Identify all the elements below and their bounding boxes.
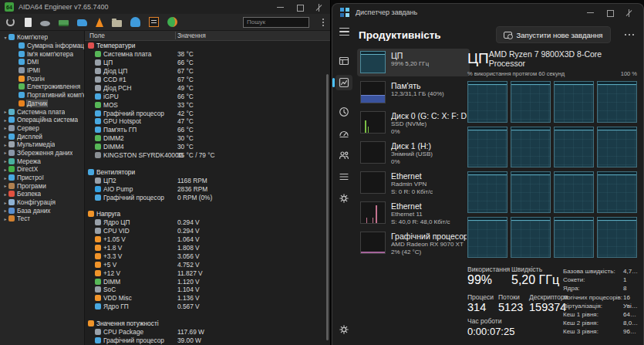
tree-item-label: Програми (17, 182, 46, 190)
memory-icon[interactable] (59, 20, 69, 26)
sensor-row[interactable]: Пам'ять ГП66 °C (85, 126, 324, 134)
perf-item-gpu[interactable]: Графічний процесор 0AMD Radeon RX 9070 X… (357, 229, 470, 257)
cpu-icon[interactable] (40, 21, 50, 26)
tree-item-power[interactable]: Електроживлення (0, 83, 84, 91)
tree-item-network[interactable]: ▸Мережа (0, 157, 84, 165)
graph-fill (468, 130, 507, 167)
perf-item-memory[interactable]: Пам'ять12,3/31,1 ГБ (40%) (357, 79, 470, 107)
sensor-row[interactable]: Ядро ГП0.567 V (85, 303, 324, 311)
tree-item-computer[interactable]: ▾Комп'ютер (0, 33, 84, 42)
tree-item-database[interactable]: ▸База даних (0, 206, 84, 215)
sensor-row[interactable]: ЦП21168 RPM (85, 176, 324, 184)
cpu-icon (95, 68, 101, 74)
sensor-row[interactable]: Графічний процесор39.00 W (85, 337, 324, 345)
perf-item-disk1[interactable]: Диск 1 (H:)Знімний (USB)0% (357, 139, 470, 167)
meter-icon[interactable] (167, 17, 177, 27)
maximize-icon[interactable] (296, 4, 303, 11)
sensor-row[interactable]: AIO Pump2836 RPM (85, 184, 324, 193)
sensor-row[interactable]: Ядро ЦП0.294 V (85, 218, 324, 227)
tree-item-motherboard[interactable]: ▸Системна плата (0, 107, 84, 116)
sensor-row[interactable]: +3.3 V3.056 V (85, 252, 324, 260)
burn-icon[interactable] (96, 18, 103, 27)
sensor-row[interactable]: iGPU66 °C (85, 92, 324, 100)
tree-item-devices[interactable]: ▸Пристрої (0, 174, 84, 182)
processes-label: Процеси (467, 293, 494, 301)
cpu-stats: Використання 99% Швидкість 5,20 ГГц Проц… (467, 266, 637, 343)
tree-item-overclock[interactable]: Розгін (0, 74, 84, 83)
sensor-row[interactable]: DIMM430 °C (85, 143, 324, 151)
ssd-icon[interactable] (149, 17, 159, 27)
app-history-tab-icon[interactable] (335, 104, 352, 120)
folder-icon[interactable] (112, 20, 122, 27)
sensor-row[interactable]: KINGSTON SFYRDK4000G35 °C / 79 °C (85, 151, 324, 160)
run-new-task-button[interactable]: Запустити нове завдання (496, 26, 611, 43)
search-input[interactable] (243, 17, 309, 28)
gpu-icon[interactable] (77, 19, 87, 26)
sensor-row[interactable]: +1.8 V1.808 V (85, 244, 324, 252)
close-icon[interactable] (315, 4, 322, 11)
tree-item-computer-name[interactable]: Ім'я комп'ютера (0, 49, 84, 58)
sensor-row[interactable]: +12 V11.827 V (85, 269, 324, 277)
sensor-value: 0.567 V (177, 303, 200, 310)
close-icon[interactable] (625, 9, 632, 16)
processes-tab-icon[interactable] (335, 53, 352, 69)
sensor-row[interactable]: Графічний процесор42 °C (85, 109, 324, 117)
report-icon[interactable] (25, 18, 32, 27)
tree-item-programs[interactable]: ▸Програми (0, 181, 84, 190)
sensor-row[interactable]: ЦП66 °C (85, 59, 324, 67)
tree-item-server[interactable]: ▸Сервер (0, 124, 84, 133)
tree-item-config[interactable]: ▸Конфігурація (0, 198, 84, 207)
tree-item-label: Електроживлення (27, 83, 80, 90)
tree-item-dmi[interactable]: DMI (0, 58, 84, 66)
tree-item-ipmi[interactable]: IPMI (0, 66, 84, 75)
tree-item-multimedia[interactable]: ▸Мультимедіа (0, 140, 84, 149)
graph-fill (468, 174, 507, 211)
sensor-row[interactable]: CPU VID0.294 V (85, 227, 324, 235)
perf-item-disk0[interactable]: Диск 0 (G: C: X: F: D: E:)SSD (NVMe)0% (357, 109, 470, 137)
benchmark-icon[interactable] (130, 17, 140, 27)
sensor-row[interactable]: CPU Package117.69 W (85, 328, 324, 337)
more-options-icon[interactable] (622, 31, 638, 39)
tree-item-summary[interactable]: Сумарна інформація (0, 42, 84, 50)
tree-item-benchmark[interactable]: ▸Тест (0, 215, 84, 223)
aida-scrollbar[interactable] (326, 74, 329, 340)
sensor-row[interactable]: Системна плата38 °C (85, 50, 324, 59)
cpu-detail-row: Ядра:8 (563, 285, 640, 293)
hamburger-menu-icon[interactable] (335, 24, 352, 39)
tree-item-sensor[interactable]: Датчик (0, 100, 84, 108)
perf-item-cpu[interactable]: ЦП99% 5,20 ГГц (357, 49, 470, 76)
tree-item-display[interactable]: ▸Дисплей (0, 132, 84, 140)
minimize-icon[interactable] (277, 4, 284, 11)
minimize-icon[interactable] (587, 9, 594, 16)
tree-item-os[interactable]: ▸Операційна система (0, 116, 84, 124)
details-tab-icon[interactable] (335, 169, 352, 184)
sensor-row[interactable]: +5 V4.752 V (85, 260, 324, 269)
toolbar-menu-icon[interactable] (322, 19, 324, 26)
sensor-row[interactable]: DIMM230 °C (85, 134, 324, 143)
sensor-row[interactable]: Діод ЦП67 °C (85, 67, 324, 76)
sensor-row[interactable]: SoC1.104 V (85, 286, 324, 294)
sensor-row[interactable]: +1.05 V1.064 V (85, 235, 324, 244)
sensor-row[interactable]: VDD Misc1.136 V (85, 294, 324, 303)
sensor-row[interactable]: DIMM1.120 V (85, 277, 324, 286)
tree-item-storage[interactable]: ▸Збереження даних (0, 149, 84, 157)
sensor-row[interactable]: GPU Hotspot47 °C (85, 117, 324, 126)
services-tab-icon[interactable] (335, 191, 352, 206)
sensor-row[interactable]: CCD #167 °C (85, 76, 324, 84)
sensor-row[interactable]: MOS33 °C (85, 100, 324, 109)
desktop: 64 AIDA64 Engineer v7.65.7400 ▾Комп'ютер… (0, 0, 644, 345)
perf-item-ethernet-vpn[interactable]: EthernetRadmin VPNS: 0 R: 0 Кбіт/с (357, 169, 470, 197)
cpu-icon (95, 228, 101, 234)
performance-tab-icon[interactable] (335, 75, 352, 90)
tree-item-security[interactable]: ▸Безпека (0, 190, 84, 198)
maximize-icon[interactable] (606, 9, 613, 16)
sensor-row[interactable]: Діод PCH49 °C (85, 83, 324, 92)
startup-apps-tab-icon[interactable] (335, 126, 352, 141)
tree-item-laptop[interactable]: Портативний комп'ютер (0, 91, 84, 100)
users-tab-icon[interactable] (335, 147, 352, 163)
settings-gear-icon[interactable] (335, 322, 352, 337)
perf-item-ethernet-11[interactable]: EthernetEthernet 11S: 40,0 R: 48,0 Кбіт/… (357, 199, 470, 227)
tree-item-directx[interactable]: ▸DirectX (0, 165, 84, 174)
sensor-row[interactable]: Графічний процесор0 RPM (0%) (85, 193, 324, 201)
refresh-icon[interactable] (6, 18, 15, 26)
